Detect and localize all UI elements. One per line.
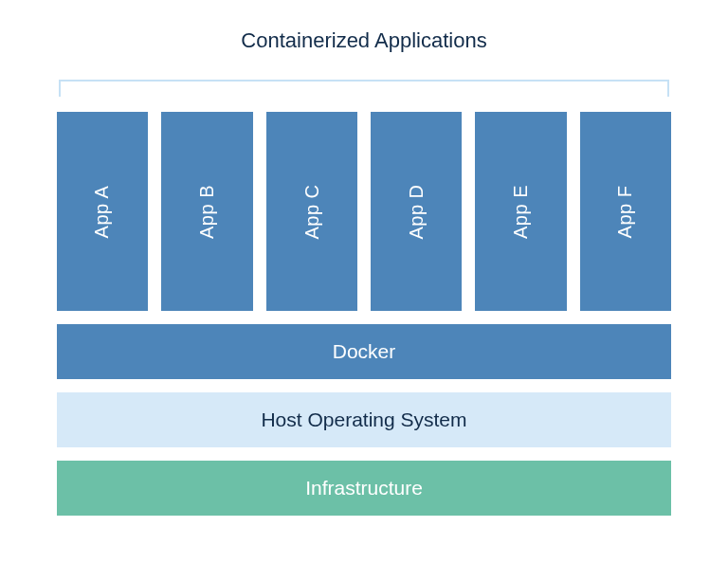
layer-host-os: Host Operating System bbox=[57, 392, 671, 447]
app-label-f: App F bbox=[614, 185, 636, 238]
app-label-b: App B bbox=[196, 185, 218, 239]
app-label-d: App D bbox=[406, 184, 428, 239]
layer-host-label: Host Operating System bbox=[261, 409, 466, 431]
app-box-a: App A bbox=[57, 112, 148, 311]
layer-infra-label: Infrastructure bbox=[305, 477, 423, 499]
diagram-container: Containerized Applications App A App B A… bbox=[57, 28, 671, 516]
apps-row: App A App B App C App D App E App F bbox=[57, 112, 671, 311]
app-label-c: App C bbox=[300, 184, 322, 239]
app-label-e: App E bbox=[510, 185, 532, 239]
app-box-c: App C bbox=[266, 112, 357, 311]
app-box-d: App D bbox=[371, 112, 462, 311]
layer-infrastructure: Infrastructure bbox=[57, 461, 671, 516]
app-label-a: App A bbox=[92, 185, 114, 238]
app-box-f: App F bbox=[580, 112, 671, 311]
app-box-e: App E bbox=[475, 112, 566, 311]
layer-docker-label: Docker bbox=[333, 340, 396, 363]
grouping-bracket bbox=[59, 80, 669, 97]
app-box-b: App B bbox=[161, 112, 252, 311]
diagram-title: Containerized Applications bbox=[57, 28, 671, 53]
layer-docker: Docker bbox=[57, 324, 671, 379]
